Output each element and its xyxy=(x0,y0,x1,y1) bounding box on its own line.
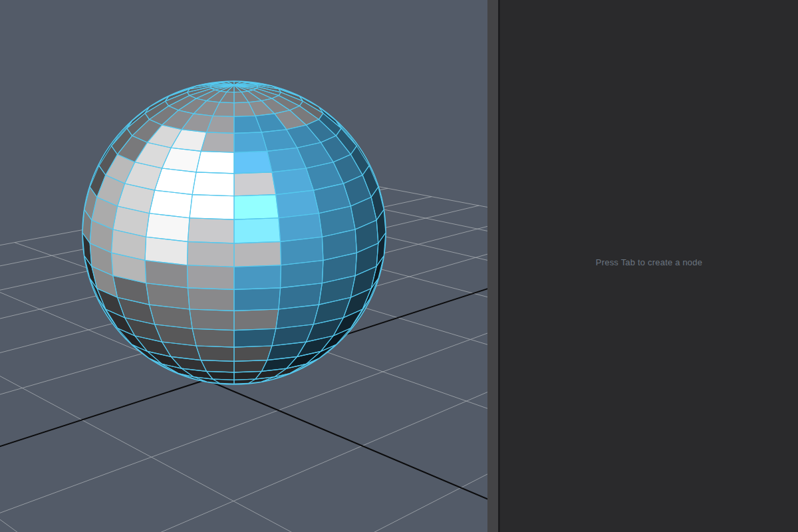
sphere-face xyxy=(234,195,279,220)
perspective-viewport[interactable] xyxy=(0,0,487,532)
sphere-face xyxy=(234,265,281,290)
sphere-face xyxy=(234,329,276,347)
panel-divider[interactable] xyxy=(487,0,500,532)
sphere-face xyxy=(190,309,234,331)
sphere-face xyxy=(234,218,281,243)
sphere-face xyxy=(234,288,281,311)
sphere-face xyxy=(234,241,281,267)
sphere-face xyxy=(196,346,234,361)
sphere-face xyxy=(196,151,234,174)
node-editor-panel[interactable]: Press Tab to create a node xyxy=(500,0,798,532)
sphere-face xyxy=(188,265,235,290)
sphere-face xyxy=(192,172,234,196)
node-editor-hint-text: Press Tab to create a node xyxy=(500,257,798,267)
viewport-canvas[interactable] xyxy=(0,0,487,532)
sphere-mesh[interactable] xyxy=(82,81,386,384)
sphere-face xyxy=(188,241,235,267)
sphere-face xyxy=(190,195,234,220)
sphere-face xyxy=(234,346,272,361)
sphere-face xyxy=(188,218,234,243)
sphere-face xyxy=(188,288,234,311)
sphere-face xyxy=(234,151,272,174)
sphere-face xyxy=(234,172,276,196)
sphere-face xyxy=(234,309,279,331)
sphere-face xyxy=(192,329,234,347)
